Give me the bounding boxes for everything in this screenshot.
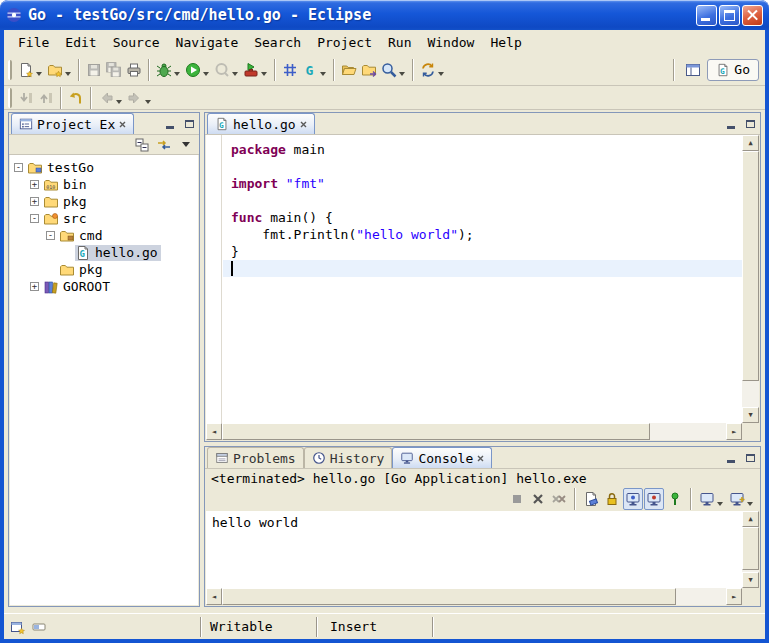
- previous-annotation-button[interactable]: [36, 86, 56, 110]
- fast-view-button[interactable]: [10, 619, 26, 635]
- search-button[interactable]: [379, 58, 408, 82]
- dropdown-arrow[interactable]: [203, 72, 209, 76]
- maximize-view-button[interactable]: [742, 116, 758, 131]
- new-project-button[interactable]: [45, 58, 74, 82]
- open-console-button[interactable]: [727, 488, 756, 510]
- menu-item-run[interactable]: Run: [380, 32, 419, 53]
- scroll-up-button[interactable]: ▲: [742, 135, 759, 151]
- title-bar[interactable]: Go - testGo/src/cmd/hello.go - Eclipse: [0, 0, 769, 30]
- link-with-editor-button[interactable]: [154, 136, 174, 154]
- remove-all-terminated-button[interactable]: [549, 488, 569, 510]
- scroll-track[interactable]: [742, 151, 759, 407]
- profile-button[interactable]: [212, 58, 241, 82]
- maximize-view-button[interactable]: [742, 450, 758, 465]
- close-icon[interactable]: [477, 455, 484, 462]
- scroll-lock-button[interactable]: [602, 488, 622, 510]
- expand-expander[interactable]: +: [30, 180, 39, 189]
- scroll-thumb[interactable]: [222, 423, 650, 440]
- close-icon[interactable]: [300, 121, 307, 128]
- scroll-thumb[interactable]: [742, 527, 759, 570]
- console-vertical-scrollbar[interactable]: ▲ ▼: [742, 511, 759, 588]
- minimize-view-button[interactable]: [723, 450, 739, 465]
- maximize-view-button[interactable]: [181, 116, 197, 131]
- code-line[interactable]: import "fmt": [223, 175, 742, 192]
- toolbar-drag-handle[interactable]: [8, 88, 12, 108]
- current-code-line[interactable]: [223, 260, 742, 277]
- code-line[interactable]: package main: [223, 141, 742, 158]
- scroll-right-button[interactable]: ►: [726, 588, 742, 605]
- console-horizontal-scrollbar[interactable]: ◄ ►: [206, 588, 742, 605]
- menu-item-source[interactable]: Source: [105, 32, 168, 53]
- save-all-button[interactable]: [104, 58, 124, 82]
- tree-item-goroot[interactable]: + GOROOT: [10, 278, 198, 295]
- tree-item-cmd[interactable]: - cmd: [10, 227, 198, 244]
- minimize-button[interactable]: [696, 5, 717, 26]
- menu-item-help[interactable]: Help: [482, 32, 529, 53]
- dropdown-arrow[interactable]: [174, 72, 180, 76]
- expand-expander[interactable]: +: [30, 197, 39, 206]
- synchronize-button[interactable]: [418, 58, 447, 82]
- close-button[interactable]: [742, 5, 763, 26]
- remove-launch-button[interactable]: [528, 488, 548, 510]
- code-line[interactable]: [223, 192, 742, 209]
- new-wizard-button[interactable]: [16, 58, 45, 82]
- dropdown-arrow[interactable]: [145, 100, 151, 104]
- scroll-right-button[interactable]: ►: [726, 423, 742, 440]
- tree-item-bin[interactable]: + 010 bin: [10, 176, 198, 193]
- code-editor[interactable]: package main import "fmt" func main() { …: [223, 135, 742, 423]
- terminate-button[interactable]: [507, 488, 527, 510]
- last-edit-location-button[interactable]: [66, 86, 86, 110]
- scroll-track[interactable]: [222, 588, 726, 605]
- debug-button[interactable]: [154, 58, 183, 82]
- dropdown-arrow[interactable]: [116, 100, 122, 104]
- collapse-expander[interactable]: -: [30, 214, 39, 223]
- back-button[interactable]: [96, 86, 125, 110]
- scroll-up-button[interactable]: ▲: [742, 511, 759, 527]
- dropdown-arrow[interactable]: [261, 72, 267, 76]
- show-stderr-button[interactable]: [644, 488, 664, 510]
- tree-item-pkg[interactable]: + pkg: [10, 193, 198, 210]
- dropdown-arrow[interactable]: [717, 502, 723, 506]
- open-perspective-button[interactable]: [683, 58, 703, 82]
- expand-expander[interactable]: +: [30, 282, 39, 291]
- view-menu-button[interactable]: [176, 136, 196, 154]
- scroll-thumb[interactable]: [222, 588, 676, 605]
- tab-console[interactable]: Console: [392, 447, 492, 468]
- code-line[interactable]: [223, 158, 742, 175]
- collapse-expander[interactable]: -: [46, 231, 55, 240]
- menu-item-window[interactable]: Window: [419, 32, 482, 53]
- dropdown-arrow[interactable]: [399, 72, 405, 76]
- toolbar-drag-handle[interactable]: [8, 60, 12, 80]
- scroll-down-button[interactable]: ▼: [742, 572, 759, 588]
- next-annotation-button[interactable]: [16, 86, 36, 110]
- open-folder-button[interactable]: [339, 58, 359, 82]
- scroll-track[interactable]: [222, 423, 726, 440]
- clear-console-button[interactable]: [581, 488, 601, 510]
- code-line[interactable]: func main() {: [223, 209, 742, 226]
- dropdown-arrow[interactable]: [65, 72, 71, 76]
- save-button[interactable]: [84, 58, 104, 82]
- external-tools-button[interactable]: [241, 58, 270, 82]
- show-stdout-button[interactable]: [623, 488, 643, 510]
- tab-project-explorer[interactable]: Project Ex: [11, 113, 134, 134]
- editor-horizontal-scrollbar[interactable]: ◄ ►: [206, 423, 742, 440]
- tree-item-pkg-2[interactable]: pkg: [10, 261, 198, 278]
- dropdown-arrow[interactable]: [232, 72, 238, 76]
- console-output-area[interactable]: hello world ▲ ▼ ◄ ►: [206, 511, 759, 605]
- scroll-track[interactable]: [742, 527, 759, 572]
- code-line[interactable]: fmt.Println("hello world");: [223, 226, 742, 243]
- tab-problems[interactable]: Problems: [207, 447, 304, 468]
- tab-history[interactable]: History: [304, 447, 393, 468]
- editor-vertical-scrollbar[interactable]: ▲ ▼: [742, 135, 759, 423]
- annotation-ruler[interactable]: [206, 135, 222, 423]
- menu-item-navigate[interactable]: Navigate: [168, 32, 247, 53]
- code-line[interactable]: }: [223, 243, 742, 260]
- goclipse-button[interactable]: G: [300, 58, 329, 82]
- progress-indicator-button[interactable]: [31, 619, 47, 635]
- maximize-button[interactable]: [719, 5, 740, 26]
- collapse-expander[interactable]: -: [14, 163, 23, 172]
- tree-item-src[interactable]: - src: [10, 210, 198, 227]
- print-button[interactable]: [124, 58, 144, 82]
- forward-button[interactable]: [125, 86, 154, 110]
- collapse-all-button[interactable]: [132, 136, 152, 154]
